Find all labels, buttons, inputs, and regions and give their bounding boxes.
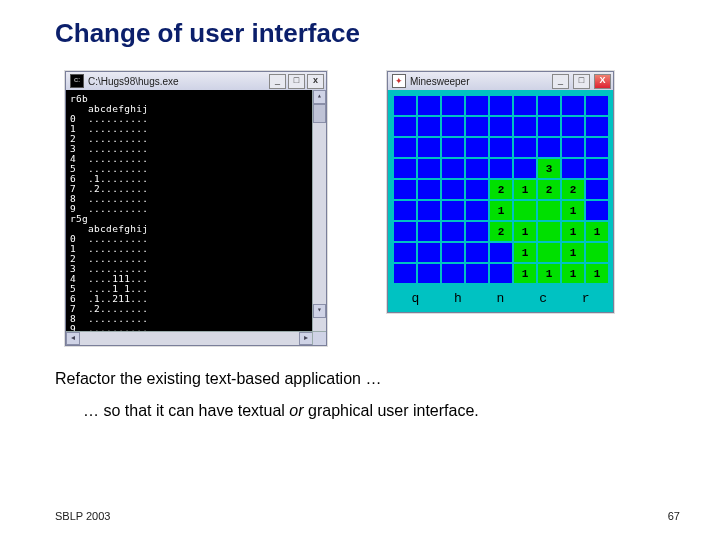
mine-cell[interactable]: 2 [490,222,512,241]
scroll-down-icon[interactable]: ▾ [313,304,326,318]
mine-cell[interactable] [586,117,608,136]
minimize-button[interactable]: _ [269,74,286,89]
mine-cell[interactable] [586,243,608,262]
mine-cell[interactable] [394,96,416,115]
mine-cell[interactable] [418,243,440,262]
mine-cell[interactable] [538,243,560,262]
mine-cell[interactable] [442,159,464,178]
mine-cell[interactable] [466,264,488,283]
mine-cell[interactable] [466,201,488,220]
mine-cell[interactable] [394,117,416,136]
mine-cell[interactable] [490,159,512,178]
mine-cell[interactable] [514,159,536,178]
mine-cell[interactable] [490,138,512,157]
mine-cell[interactable] [538,117,560,136]
mine-cell[interactable] [394,201,416,220]
mine-cell[interactable] [538,222,560,241]
maximize-button[interactable]: □ [573,74,590,89]
mine-cell[interactable] [514,138,536,157]
mine-cell[interactable] [562,117,584,136]
mine-cell[interactable] [442,180,464,199]
minesweeper-window: ✦ Minesweeper _ □ X 32122112111111111 qh… [387,71,614,313]
mine-cell[interactable] [394,138,416,157]
mine-cell[interactable] [442,222,464,241]
mine-grid[interactable]: 32122112111111111 [394,96,607,283]
mine-cell[interactable] [586,180,608,199]
mine-cell[interactable] [466,243,488,262]
mine-cell[interactable] [442,243,464,262]
vertical-scrollbar[interactable]: ▴ ▾ [312,90,326,331]
mine-cell[interactable] [466,222,488,241]
mine-cell[interactable] [466,96,488,115]
mine-cell[interactable] [586,96,608,115]
mine-cell[interactable] [442,201,464,220]
mine-cell[interactable]: 2 [538,180,560,199]
mine-cell[interactable]: 3 [538,159,560,178]
mine-cell[interactable]: 2 [490,180,512,199]
scroll-right-icon[interactable]: ▸ [299,332,313,345]
mine-cell[interactable]: 1 [562,222,584,241]
mine-app-icon: ✦ [392,74,406,88]
mine-cell[interactable] [394,159,416,178]
mine-cell[interactable] [442,264,464,283]
mine-cell[interactable] [538,201,560,220]
mine-cell[interactable]: 1 [562,201,584,220]
mine-cell[interactable]: 1 [514,243,536,262]
mine-cell[interactable]: 1 [514,222,536,241]
scroll-left-icon[interactable]: ◂ [66,332,80,345]
mine-cell[interactable] [466,159,488,178]
mine-cell[interactable]: 1 [586,222,608,241]
mine-cell[interactable] [466,138,488,157]
mine-cell[interactable] [442,138,464,157]
close-button[interactable]: X [594,74,611,89]
mine-cell[interactable] [418,180,440,199]
mine-cell[interactable]: 1 [586,264,608,283]
mine-title: Minesweeper [410,76,548,87]
screenshots-row: c: C:\Hugs98\hugs.exe _ □ x r6b abcdefgh… [65,71,680,346]
mine-cell[interactable] [562,96,584,115]
mine-cell[interactable] [418,264,440,283]
mine-cell[interactable] [466,117,488,136]
mine-cell[interactable] [394,264,416,283]
mine-cell[interactable] [538,138,560,157]
maximize-button[interactable]: □ [288,74,305,89]
mine-key-labels: qhncr [394,291,607,306]
scroll-up-icon[interactable]: ▴ [313,90,326,104]
mine-cell[interactable] [490,96,512,115]
mine-cell[interactable]: 1 [490,201,512,220]
mine-cell[interactable] [418,159,440,178]
mine-cell[interactable] [442,117,464,136]
mine-cell[interactable]: 1 [514,264,536,283]
mine-cell[interactable] [514,117,536,136]
minimize-button[interactable]: _ [552,74,569,89]
mine-cell[interactable] [538,96,560,115]
mine-cell[interactable] [394,243,416,262]
mine-cell[interactable] [418,201,440,220]
mine-cell[interactable] [418,222,440,241]
mine-cell[interactable]: 1 [514,180,536,199]
mine-cell[interactable]: 1 [562,264,584,283]
mine-cell[interactable] [562,138,584,157]
mine-cell[interactable] [418,138,440,157]
mine-cell[interactable] [394,180,416,199]
mine-cell[interactable] [586,138,608,157]
mine-cell[interactable]: 1 [538,264,560,283]
mine-cell[interactable] [586,201,608,220]
mine-cell[interactable] [514,201,536,220]
mine-cell[interactable] [586,159,608,178]
mine-cell[interactable] [490,117,512,136]
mine-cell[interactable] [466,180,488,199]
mine-cell[interactable] [418,96,440,115]
mine-cell[interactable] [514,96,536,115]
horizontal-scrollbar[interactable]: ◂ ▸ [66,331,326,345]
scroll-thumb[interactable] [313,104,326,123]
mine-cell[interactable]: 1 [562,243,584,262]
mine-cell[interactable] [418,117,440,136]
mine-cell[interactable] [490,264,512,283]
close-button[interactable]: x [307,74,324,89]
mine-cell[interactable] [442,96,464,115]
mine-cell[interactable] [394,222,416,241]
mine-cell[interactable]: 2 [562,180,584,199]
mine-cell[interactable] [562,159,584,178]
mine-cell[interactable] [490,243,512,262]
